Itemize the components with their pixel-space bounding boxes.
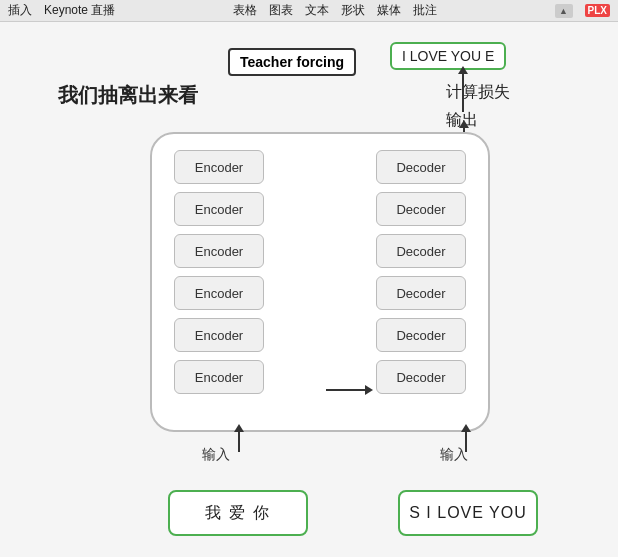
decoder-box-3: Decoder <box>376 234 466 268</box>
arrow-up-right-bottom <box>465 430 467 452</box>
decoder-box-2: Decoder <box>376 192 466 226</box>
big-container: Encoder Encoder Encoder Encoder Encoder … <box>150 132 490 432</box>
wifi-icon: ▲ <box>555 4 573 18</box>
menu-item-annotation[interactable]: 批注 <box>413 2 437 19</box>
teacher-forcing-box: Teacher forcing <box>228 48 356 76</box>
encoder-column: Encoder Encoder Encoder Encoder Encoder … <box>174 150 264 394</box>
decoder-box-1: Decoder <box>376 150 466 184</box>
decoder-column: Decoder Decoder Decoder Decoder Decoder … <box>376 150 466 394</box>
menu-item-table[interactable]: 表格 <box>233 2 257 19</box>
encoder-box-1: Encoder <box>174 150 264 184</box>
bottom-box-right: S I LOVE YOU <box>398 490 538 536</box>
i-love-you-box: I LOVE YOU E <box>390 42 506 70</box>
encoder-box-6: Encoder <box>174 360 264 394</box>
main-content: Teacher forcing I LOVE YOU E 我们抽离出来看 计算损… <box>0 22 618 557</box>
decoder-box-4: Decoder <box>376 276 466 310</box>
menu-item-shape[interactable]: 形状 <box>341 2 365 19</box>
middle-arrow <box>326 389 366 391</box>
arrow-line <box>326 389 366 391</box>
menu-item-text[interactable]: 文本 <box>305 2 329 19</box>
encoder-box-5: Encoder <box>174 318 264 352</box>
input-label-right: 输入 <box>440 446 468 464</box>
encoder-box-3: Encoder <box>174 234 264 268</box>
calc-loss-text: 计算损失 <box>446 82 510 103</box>
input-label-left: 输入 <box>202 446 230 464</box>
menu-item-insert[interactable]: 插入 <box>8 2 32 19</box>
arrow-up-left-bottom <box>238 430 240 452</box>
decoder-box-6: Decoder <box>376 360 466 394</box>
pix-label: PLX <box>585 4 610 17</box>
bottom-box-left: 我 爱 你 <box>168 490 308 536</box>
arrow-up-to-ilove <box>462 72 464 112</box>
menu-item-media[interactable]: 媒体 <box>377 2 401 19</box>
title-text: 我们抽离出来看 <box>58 82 198 109</box>
menu-item-keynote[interactable]: Keynote 直播 <box>44 2 115 19</box>
encoder-box-4: Encoder <box>174 276 264 310</box>
encoder-box-2: Encoder <box>174 192 264 226</box>
menu-item-chart[interactable]: 图表 <box>269 2 293 19</box>
decoder-box-5: Decoder <box>376 318 466 352</box>
menu-bar: 插入 Keynote 直播 表格 图表 文本 形状 媒体 批注 ▲ PLX <box>0 0 618 22</box>
